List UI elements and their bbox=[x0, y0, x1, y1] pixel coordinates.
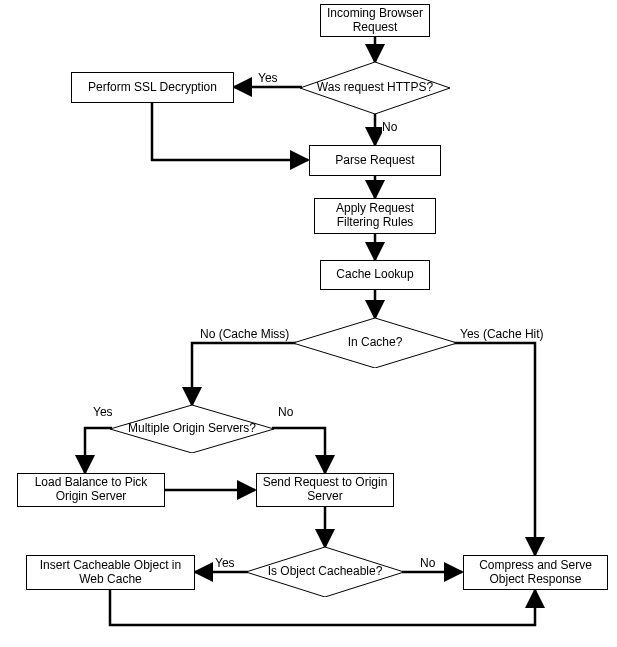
label-multi-no: No bbox=[278, 405, 293, 419]
node-https-q-label: Was request HTTPS? bbox=[317, 81, 433, 95]
node-filter-label: Apply Request Filtering Rules bbox=[319, 202, 431, 230]
node-multi-origin-q-label: Multiple Origin Servers? bbox=[128, 422, 256, 436]
node-send-origin-label: Send Request to Origin Server bbox=[261, 476, 389, 504]
node-ssl: Perform SSL Decryption bbox=[71, 72, 234, 103]
node-cacheable-q: Is Object Cacheable? bbox=[246, 547, 404, 597]
node-filter: Apply Request Filtering Rules bbox=[314, 198, 436, 234]
node-in-cache-q: In Cache? bbox=[293, 318, 457, 368]
node-compress-serve: Compress and Serve Object Response bbox=[463, 555, 608, 590]
label-https-yes: Yes bbox=[258, 71, 278, 85]
node-start: Incoming Browser Request bbox=[320, 4, 430, 37]
node-in-cache-q-label: In Cache? bbox=[348, 336, 403, 350]
node-compress-serve-label: Compress and Serve Object Response bbox=[468, 559, 603, 587]
label-https-no: No bbox=[382, 120, 397, 134]
node-start-label: Incoming Browser Request bbox=[325, 7, 425, 35]
node-https-q: Was request HTTPS? bbox=[300, 62, 450, 114]
label-cache-miss: No (Cache Miss) bbox=[200, 327, 289, 341]
node-cacheable-q-label: Is Object Cacheable? bbox=[268, 565, 383, 579]
node-load-balance-label: Load Balance to Pick Origin Server bbox=[22, 476, 160, 504]
label-multi-yes: Yes bbox=[93, 405, 113, 419]
node-parse-label: Parse Request bbox=[335, 154, 414, 168]
node-ssl-label: Perform SSL Decryption bbox=[88, 81, 217, 95]
label-cacheable-no: No bbox=[420, 556, 435, 570]
node-send-origin: Send Request to Origin Server bbox=[256, 473, 394, 507]
node-insert-cache-label: Insert Cacheable Object in Web Cache bbox=[31, 559, 190, 587]
node-parse: Parse Request bbox=[309, 145, 441, 176]
node-cache-lookup: Cache Lookup bbox=[320, 260, 430, 290]
node-load-balance: Load Balance to Pick Origin Server bbox=[17, 473, 165, 507]
node-insert-cache: Insert Cacheable Object in Web Cache bbox=[26, 555, 195, 590]
flowchart-canvas: Incoming Browser Request Was request HTT… bbox=[0, 0, 617, 647]
label-cacheable-yes: Yes bbox=[215, 556, 235, 570]
label-cache-hit: Yes (Cache Hit) bbox=[460, 327, 544, 341]
node-multi-origin-q: Multiple Origin Servers? bbox=[110, 405, 274, 453]
node-cache-lookup-label: Cache Lookup bbox=[336, 268, 413, 282]
